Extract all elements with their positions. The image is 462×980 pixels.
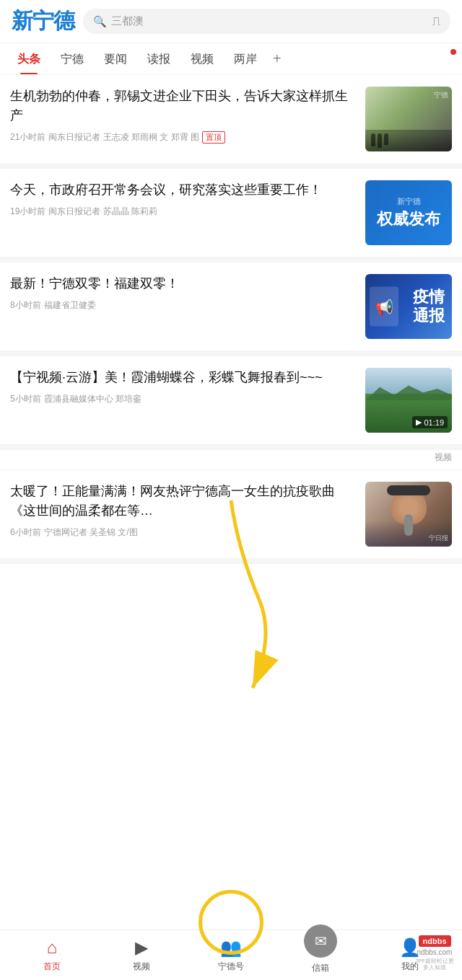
nav-ningdehao-label: 宁德号: [218, 961, 244, 973]
news-title-2: 今天，市政府召开常务会议，研究落实这些重要工作！: [10, 180, 357, 200]
tab-video[interactable]: 视频: [180, 43, 224, 75]
thumb-brand: 新宁德: [397, 196, 421, 207]
play-icon: ▶: [416, 418, 422, 427]
news-list: 生机勃勃的仲春，郭锡文进企业下田头，告诉大家这样抓生产 21小时前 闽东日报记者…: [0, 75, 462, 622]
news-thumb-5: 宁日报: [365, 482, 452, 547]
news-title-4: 【宁视频·云游】美！霞浦蝴蝶谷，彩蝶飞舞报春到~~~: [10, 368, 357, 387]
news-title-1: 生机勃勃的仲春，郭锡文进企业下田头，告诉大家这样抓生产: [10, 87, 357, 125]
add-tab-button[interactable]: +: [267, 50, 287, 67]
news-time-2: 19小时前: [10, 206, 45, 218]
news-thumb-3: 📢 疫情 通报: [365, 274, 452, 339]
video-duration: ▶ 01:19: [412, 416, 448, 428]
news-meta-5: 6小时前 宁德网记者 吴圣锦 文/图: [10, 526, 357, 539]
notification-dot: [450, 49, 456, 55]
nav-home[interactable]: ⌂ 首页: [7, 937, 97, 973]
news-time-5: 6小时前: [10, 526, 41, 539]
nav-inbox-label: 信箱: [312, 962, 329, 974]
thumb-authority-image: 新宁德 权威发布: [365, 180, 452, 245]
news-item-1[interactable]: 生机勃勃的仲春，郭锡文进企业下田头，告诉大家这样抓生产 21小时前 闽东日报记者…: [0, 75, 462, 169]
news-source-2: 闽东日报记者 苏晶晶 陈莉莉: [48, 206, 157, 218]
thumb-outdoor-image: 宁德: [365, 87, 452, 151]
news-source-5: 宁德网记者 吴圣锦 文/图: [44, 526, 138, 539]
news-source-3: 福建省卫健委: [44, 299, 96, 312]
news-title-5: 太暖了！正能量满满！网友热评宁德高一女生的抗疫歌曲《这世间的温柔都在等…: [10, 482, 357, 521]
watermark-text: ndbbs.com: [417, 948, 453, 956]
watermark-sub: JPF超轻松让更多人知道: [413, 958, 456, 971]
epidemic-megaphone-icon: 📢: [370, 287, 398, 327]
scan-icon[interactable]: ⎍: [432, 14, 440, 29]
nav-video[interactable]: ▶ 视频: [97, 937, 186, 973]
tab-newspaper[interactable]: 读报: [137, 43, 180, 75]
news-content-3: 最新！宁德双零！福建双零！ 8小时前 福建省卫健委: [10, 274, 357, 312]
news-meta-4: 5小时前 霞浦县融媒体中心 郑培銮: [10, 393, 357, 405]
thumb-epidemic-image: 📢 疫情 通报: [365, 274, 452, 339]
epidemic-text-1: 疫情: [413, 288, 445, 306]
news-item-4[interactable]: 【宁视频·云游】美！霞浦蝴蝶谷，彩蝶飞舞报春到~~~ 5小时前 霞浦县融媒体中心…: [0, 356, 462, 450]
search-input[interactable]: 三都澳: [111, 14, 421, 28]
news-time-3: 8小时前: [10, 299, 41, 312]
app-logo[interactable]: 新宁德: [12, 6, 74, 36]
news-item-2[interactable]: 今天，市政府召开常务会议，研究落实这些重要工作！ 19小时前 闽东日报记者 苏晶…: [0, 169, 462, 262]
news-title-3: 最新！宁德双零！福建双零！: [10, 274, 357, 293]
news-content-5: 太暖了！正能量满满！网友热评宁德高一女生的抗疫歌曲《这世间的温柔都在等… 6小时…: [10, 482, 357, 539]
watermark-badge: ndbbs: [419, 935, 451, 947]
video-play-icon: ▶: [135, 937, 148, 958]
header: 新宁德 🔍 三都澳 ⎍: [0, 0, 462, 43]
news-item-5[interactable]: 太暖了！正能量满满！网友热评宁德高一女生的抗疫歌曲《这世间的温柔都在等… 6小时…: [0, 470, 462, 564]
tab-cross-strait[interactable]: 两岸: [224, 43, 267, 75]
news-time-1: 21小时前: [10, 131, 45, 144]
thumb-girl-image: 宁日报: [365, 482, 452, 547]
news-thumb-1: 宁德: [365, 87, 452, 151]
nav-ningdehao[interactable]: 👥 宁德号: [186, 937, 276, 973]
news-meta-1: 21小时前 闽东日报记者 王志凌 郑雨桐 文 郑霄 图 置顶: [10, 131, 357, 144]
news-meta-3: 8小时前 福建省卫健委: [10, 299, 357, 312]
thumb-authority-text: 权威发布: [377, 210, 440, 229]
news-source-4: 霞浦县融媒体中心 郑培銮: [44, 393, 141, 405]
news-time-4: 5小时前: [10, 393, 41, 405]
tab-headlines[interactable]: 头条: [7, 43, 51, 75]
search-bar[interactable]: 🔍 三都澳 ⎍: [83, 9, 450, 34]
people-icon: 👥: [220, 937, 242, 958]
news-content-2: 今天，市政府召开常务会议，研究落实这些重要工作！ 19小时前 闽东日报记者 苏晶…: [10, 180, 357, 218]
epidemic-text-2: 通报: [413, 306, 445, 325]
news-source-1: 闽东日报记者 王志凌 郑雨桐 文 郑霄 图: [48, 131, 199, 144]
news-content-4: 【宁视频·云游】美！霞浦蝴蝶谷，彩蝶飞舞报春到~~~ 5小时前 霞浦县融媒体中心…: [10, 368, 357, 405]
home-icon: ⌂: [47, 937, 58, 958]
nav-tabs: 头条 宁德 要闻 读报 视频 两岸 +: [0, 43, 462, 75]
video-type-label: 视频: [435, 451, 452, 464]
tab-ningde[interactable]: 宁德: [51, 43, 94, 75]
news-thumb-2: 新宁德 权威发布: [365, 180, 452, 245]
news-content-1: 生机勃勃的仲春，郭锡文进企业下田头，告诉大家这样抓生产 21小时前 闽东日报记者…: [10, 87, 357, 144]
bottom-nav: ⌂ 首页 ▶ 视频 👥 宁德号 ✉ 信箱 👤 我的: [0, 930, 462, 980]
news-thumb-4: ▶ 01:19: [365, 368, 452, 433]
svg-marker-0: [365, 385, 452, 400]
nav-video-label: 视频: [133, 961, 150, 973]
thumb-valley-image: ▶ 01:19: [365, 368, 452, 433]
news-item-3[interactable]: 最新！宁德双零！福建双零！ 8小时前 福建省卫健委 📢 疫情 通报: [0, 262, 462, 356]
inbox-circle[interactable]: ✉: [304, 924, 337, 958]
nav-home-label: 首页: [43, 961, 61, 973]
news-meta-2: 19小时前 闽东日报记者 苏晶晶 陈莉莉: [10, 206, 357, 218]
watermark: ndbbs ndbbs.com JPF超轻松让更多人知道: [413, 935, 456, 971]
tab-news[interactable]: 要闻: [94, 43, 137, 75]
inbox-icon: ✉: [315, 932, 327, 950]
nav-inbox[interactable]: ✉ 信箱: [276, 936, 365, 974]
search-icon: 🔍: [93, 15, 107, 28]
news-badge-1: 置顶: [202, 131, 225, 144]
